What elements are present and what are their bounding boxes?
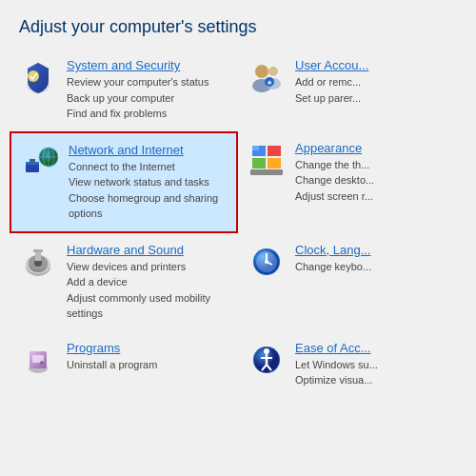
network-internet-text: Network and Internet Connect to the Inte… xyxy=(69,143,227,222)
hardware-sound-text: Hardware and Sound View devices and prin… xyxy=(67,243,228,322)
svg-rect-21 xyxy=(268,158,281,169)
svg-rect-28 xyxy=(35,251,41,261)
section-appearance: Appearance Change the th...Change deskto… xyxy=(238,131,466,233)
user-accounts-links: Add or remc...Set up parer... xyxy=(295,74,368,106)
ease-of-access-links: Let Windows su...Optimize visua... xyxy=(295,357,378,388)
svg-text:★: ★ xyxy=(267,79,272,86)
svg-point-16 xyxy=(39,148,58,167)
clock-icon xyxy=(248,243,286,281)
svg-point-2 xyxy=(255,65,268,78)
svg-point-4 xyxy=(268,67,278,76)
clock-language-text: Clock, Lang... Change keybo... xyxy=(295,243,371,275)
programs-title[interactable]: Programs xyxy=(67,341,157,355)
ease-of-access-text: Ease of Acc... Let Windows su...Optimize… xyxy=(295,341,378,388)
network-internet-links: Connect to the InternetView network stat… xyxy=(69,159,227,222)
hardware-icon xyxy=(19,243,57,281)
ease-of-access-icon xyxy=(248,341,286,379)
svg-rect-20 xyxy=(268,146,281,156)
svg-rect-22 xyxy=(250,169,283,175)
section-system-security: System and Security Review your computer… xyxy=(10,49,238,131)
section-hardware-sound: Hardware and Sound View devices and prin… xyxy=(10,233,238,331)
ease-of-access-title[interactable]: Ease of Acc... xyxy=(295,341,378,355)
svg-rect-19 xyxy=(252,158,266,169)
hardware-sound-title[interactable]: Hardware and Sound xyxy=(67,243,228,257)
section-programs: Programs Uninstall a program xyxy=(10,331,238,398)
system-security-links: Review your computer's statusBack up you… xyxy=(67,74,208,122)
svg-point-40 xyxy=(40,361,44,365)
programs-links: Uninstall a program xyxy=(67,357,157,373)
svg-rect-18 xyxy=(252,146,259,150)
section-clock-language: Clock, Lang... Change keybo... xyxy=(238,233,466,331)
user-accounts-title[interactable]: User Accou... xyxy=(295,58,368,72)
clock-language-title[interactable]: Clock, Lang... xyxy=(295,243,371,257)
appearance-text: Appearance Change the th...Change deskto… xyxy=(295,141,374,205)
svg-point-43 xyxy=(264,348,269,354)
section-user-accounts: ★ User Accou... Add or remc...Set up par… xyxy=(238,49,466,131)
svg-rect-10 xyxy=(30,159,35,163)
hardware-sound-links: View devices and printersAdd a deviceAdj… xyxy=(67,259,228,322)
system-security-text: System and Security Review your computer… xyxy=(67,58,208,122)
system-security-title[interactable]: System and Security xyxy=(67,58,208,72)
appearance-title[interactable]: Appearance xyxy=(295,141,374,155)
appearance-links: Change the th...Change deskto...Adjust s… xyxy=(295,157,374,205)
section-ease-of-access: Ease of Acc... Let Windows su...Optimize… xyxy=(238,331,466,398)
appearance-icon xyxy=(248,141,286,179)
programs-text: Programs Uninstall a program xyxy=(67,341,157,373)
page-title: Adjust your computer's settings xyxy=(0,0,476,49)
svg-point-35 xyxy=(265,260,268,264)
svg-point-1 xyxy=(28,70,39,82)
user-accounts-icon: ★ xyxy=(248,58,286,96)
section-network-internet: Network and Internet Connect to the Inte… xyxy=(10,131,238,233)
shield-icon xyxy=(19,58,57,96)
clock-language-links: Change keybo... xyxy=(295,259,371,275)
programs-icon xyxy=(19,341,57,379)
settings-grid: System and Security Review your computer… xyxy=(0,49,476,398)
user-accounts-text: User Accou... Add or remc...Set up parer… xyxy=(295,58,368,106)
network-internet-title[interactable]: Network and Internet xyxy=(69,143,227,157)
svg-rect-29 xyxy=(33,249,43,252)
network-icon xyxy=(21,143,59,181)
